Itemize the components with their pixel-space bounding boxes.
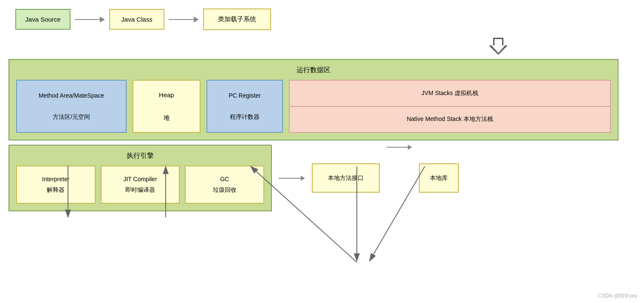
- native-method-stack-label: Native Method Stack 本地方法栈: [407, 115, 493, 123]
- native-lib-label: 本地库: [430, 174, 448, 181]
- jvm-stacks-label: JVM Stacks 虚拟机栈: [421, 90, 478, 97]
- diagram-container: Java Source Java Class 类加载子系统 运行数据区 Meth…: [0, 0, 644, 303]
- jit-line1: JIT Compiler: [123, 176, 157, 182]
- arrow-class-to-loader: [169, 17, 199, 22]
- watermark: CSDN @同学yes: [598, 292, 637, 300]
- gc-line2: 垃圾回收: [213, 186, 237, 193]
- jit-line2: 即时编译器: [125, 186, 155, 193]
- arrow-line3: [280, 178, 301, 179]
- jit-compiler-box: JIT Compiler 即时编译器: [101, 166, 180, 204]
- class-loader-box: 类加载子系统: [203, 8, 271, 30]
- interpreter-line1: Interpreter: [42, 176, 70, 182]
- method-area-box: Method Area/MateSpace 方法区/元空间: [16, 80, 127, 133]
- interpreter-line2: 解释器: [47, 186, 65, 193]
- java-source-box: Java Source: [15, 9, 71, 30]
- runtime-data-area: 运行数据区 Method Area/MateSpace 方法区/元空间 Heap…: [8, 59, 619, 140]
- exec-engine-inner: Interpreter 解释器 JIT Compiler 即时编译器 GC 垃圾…: [16, 166, 264, 204]
- pc-register-line2: 程序计数器: [217, 112, 272, 122]
- arrow-line4: [387, 147, 408, 148]
- arrow-source-to-class: [75, 17, 105, 22]
- gc-line1: GC: [220, 176, 229, 182]
- runtime-area-title: 运行数据区: [16, 66, 611, 75]
- arrow-head: [489, 45, 508, 55]
- arrow-head4: [408, 145, 412, 150]
- runtime-inner: Method Area/MateSpace 方法区/元空间 Heap 堆 PC …: [16, 80, 611, 133]
- pc-register-line1: PC Register: [217, 90, 272, 101]
- method-area-line2: 方法区/元空间: [27, 112, 116, 122]
- native-method-stack-box: Native Method Stack 本地方法栈: [290, 107, 610, 132]
- native-interface-box: 本地方法接口: [312, 163, 380, 193]
- heap-line1: Heap: [149, 89, 184, 101]
- native-lib-box: 本地库: [419, 163, 459, 193]
- exec-engine-area: 执行引擎 Interpreter 解释器 JIT Compiler 即时编译器 …: [8, 145, 272, 211]
- arrow-shaft: [493, 38, 503, 45]
- arrow-line2: [169, 19, 194, 20]
- arrow-line: [75, 19, 100, 20]
- top-row: Java Source Java Class 类加载子系统: [15, 8, 636, 30]
- method-area-line1: Method Area/MateSpace: [27, 90, 116, 101]
- jvm-stacks-group: JVM Stacks 虚拟机栈 Native Method Stack 本地方法…: [289, 80, 611, 133]
- interpreter-box: Interpreter 解释器: [16, 166, 96, 204]
- arrow-thin: [280, 176, 305, 181]
- class-loader-label: 类加载子系统: [218, 15, 256, 22]
- gc-box: GC 垃圾回收: [185, 166, 264, 204]
- arrow-exec-to-native: [279, 176, 305, 181]
- jvm-stacks-box: JVM Stacks 虚拟机栈: [290, 81, 610, 107]
- heap-box: Heap 堆: [133, 80, 201, 133]
- java-class-label: Java Class: [121, 16, 152, 23]
- arrow-head3: [301, 176, 305, 181]
- heap-line2: 堆: [149, 112, 184, 123]
- java-class-box: Java Class: [109, 9, 164, 30]
- java-source-label: Java Source: [25, 16, 60, 23]
- arrow-native-to-lib: [387, 145, 412, 150]
- pc-register-box: PC Register 程序计数器: [206, 80, 283, 133]
- native-interface-label: 本地方法接口: [328, 174, 364, 181]
- bottom-section: 执行引擎 Interpreter 解释器 JIT Compiler 即时编译器 …: [8, 145, 619, 211]
- exec-engine-title: 执行引擎: [16, 152, 264, 160]
- hollow-arrow-down: [361, 38, 636, 55]
